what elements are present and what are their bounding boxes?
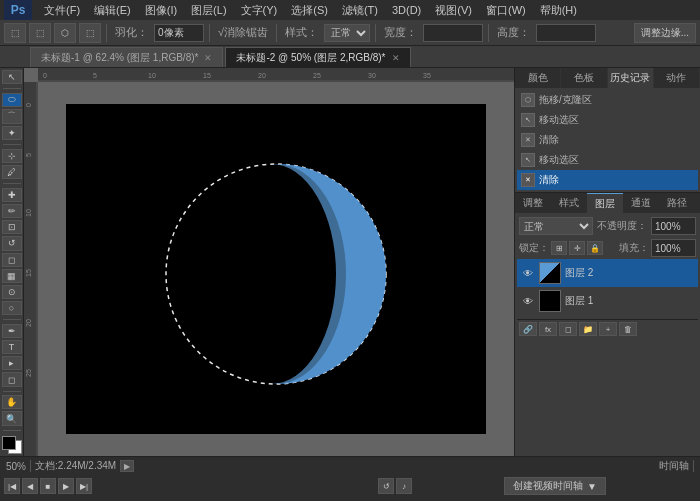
tab-2[interactable]: 未标题-2 @ 50% (图层 2,RGB/8)* ✕ [225,47,410,67]
tool-magic-wand[interactable]: ✦ [2,126,22,140]
tab-1[interactable]: 未标题-1 @ 62.4% (图层 1,RGB/8)* ✕ [30,47,223,67]
artwork-svg [116,129,436,409]
tab-styles[interactable]: 样式 [551,193,587,213]
tool-clone[interactable]: ⊡ [2,220,22,234]
timeline-stop[interactable]: ■ [40,478,56,494]
lock-all-btn[interactable]: 🔒 [587,241,603,255]
timeline-prev-frame[interactable]: |◀ [4,478,20,494]
svg-text:5: 5 [93,72,97,79]
history-item-0[interactable]: ⬡ 拖移/克隆区 [517,90,698,110]
tab-channels[interactable]: 通道 [623,193,659,213]
tool-options-btn-4[interactable]: ⬚ [79,23,101,43]
opacity-input[interactable] [651,217,696,235]
menu-text[interactable]: 文字(Y) [235,0,284,20]
panel-tab-color[interactable]: 颜色 [515,68,561,88]
opacity-label: 不透明度： [597,219,647,233]
canvas-container [38,82,514,456]
lock-row: 锁定： ⊞ ✛ 🔒 填充： [517,237,698,259]
tool-lasso[interactable]: ⌒ [2,109,22,124]
tool-move[interactable]: ↖ [2,70,22,84]
timeline-audio[interactable]: ♪ [396,478,412,494]
tool-blur[interactable]: ⊙ [2,285,22,299]
tool-text[interactable]: T [2,340,22,354]
history-item-3[interactable]: ↖ 移动选区 [517,150,698,170]
tab-layers[interactable]: 图层 [587,193,623,213]
menu-view[interactable]: 视图(V) [429,0,478,20]
svg-text:35: 35 [423,72,431,79]
width-input[interactable] [423,24,483,42]
history-item-1[interactable]: ↖ 移动选区 [517,110,698,130]
tool-path-select[interactable]: ▸ [2,356,22,370]
tab-2-close[interactable]: ✕ [392,53,400,63]
tab-paths[interactable]: 路径 [659,193,695,213]
layer-item-2[interactable]: 👁 图层 2 [517,259,698,287]
panel-tab-actions[interactable]: 动作 [654,68,700,88]
panel-tab-swatches[interactable]: 色板 [561,68,607,88]
menu-image[interactable]: 图像(I) [139,0,183,20]
tool-sep-4 [3,319,21,320]
height-input[interactable] [536,24,596,42]
layer-2-visibility[interactable]: 👁 [521,266,535,280]
layer-item-1[interactable]: 👁 图层 1 [517,287,698,315]
menu-file[interactable]: 文件(F) [38,0,86,20]
refine-edge-btn[interactable]: 调整边缘... [634,23,696,43]
tool-options-btn-1[interactable]: ⬚ [4,23,26,43]
svg-text:20: 20 [258,72,266,79]
fg-color-swatch[interactable] [2,436,16,450]
create-timeline-arrow[interactable]: ▼ [587,481,597,492]
tool-history-brush[interactable]: ↺ [2,236,22,250]
menu-window[interactable]: 窗口(W) [480,0,532,20]
tool-hand[interactable]: ✋ [2,395,22,409]
timeline-next[interactable]: ▶| [76,478,92,494]
timeline-prev[interactable]: ◀ [22,478,38,494]
menu-help[interactable]: 帮助(H) [534,0,583,20]
style-select[interactable]: 正常 [324,24,370,42]
history-item-2[interactable]: ✕ 清除 [517,130,698,150]
add-style-btn[interactable]: fx [539,322,557,336]
layer-1-visibility[interactable]: 👁 [521,294,535,308]
tool-shape[interactable]: ◻ [2,372,22,386]
menu-filter[interactable]: 滤镜(T) [336,0,384,20]
menu-select[interactable]: 选择(S) [285,0,334,20]
tool-pen[interactable]: ✒ [2,324,22,338]
tab-1-close[interactable]: ✕ [204,53,212,63]
tool-brush[interactable]: ✏ [2,204,22,218]
new-layer-btn[interactable]: + [599,322,617,336]
status-arrow[interactable]: ▶ [120,460,134,472]
tool-options-btn-3[interactable]: ⬡ [54,23,76,43]
feather-input[interactable] [154,24,204,42]
new-group-btn[interactable]: 📁 [579,322,597,336]
delete-layer-btn[interactable]: 🗑 [619,322,637,336]
layer-1-thumbnail [539,290,561,312]
lock-position-btn[interactable]: ✛ [569,241,585,255]
menu-3d[interactable]: 3D(D) [386,0,427,20]
link-layers-btn[interactable]: 🔗 [519,322,537,336]
blend-mode-select[interactable]: 正常 [519,217,593,235]
panel-tab-history[interactable]: 历史记录 [608,68,654,88]
tool-zoom[interactable]: 🔍 [2,411,22,425]
svg-text:10: 10 [25,209,32,217]
layer-1-name: 图层 1 [565,294,593,308]
lock-pixels-btn[interactable]: ⊞ [551,241,567,255]
menu-layer[interactable]: 图层(L) [185,0,232,20]
timeline-play[interactable]: ▶ [58,478,74,494]
menu-edit[interactable]: 编辑(E) [88,0,137,20]
svg-text:0: 0 [43,72,47,79]
layers-panel-content: 正常 不透明度： 锁定： ⊞ ✛ 🔒 填充： 👁 [515,213,700,340]
tool-eyedropper[interactable]: 🖊 [2,165,22,179]
fill-input[interactable] [651,239,696,257]
tool-eraser[interactable]: ◻ [2,253,22,267]
tool-gradient[interactable]: ▦ [2,269,22,283]
tool-heal[interactable]: ✚ [2,188,22,202]
timeline-label: 时间轴 [659,459,689,473]
layers-section-tabs: 调整 样式 图层 通道 路径 [515,193,700,213]
history-item-4[interactable]: ✕ 清除 [517,170,698,190]
tab-adjustments[interactable]: 调整 [515,193,551,213]
create-timeline-btn[interactable]: 创建视频时间轴 ▼ [504,477,606,495]
tool-options-btn-2[interactable]: ⬚ [29,23,51,43]
add-mask-btn[interactable]: ◻ [559,322,577,336]
tool-marquee[interactable]: ⬭ [2,93,22,107]
tool-crop[interactable]: ⊹ [2,149,22,163]
tool-dodge[interactable]: ○ [2,301,22,315]
timeline-loop[interactable]: ↺ [378,478,394,494]
